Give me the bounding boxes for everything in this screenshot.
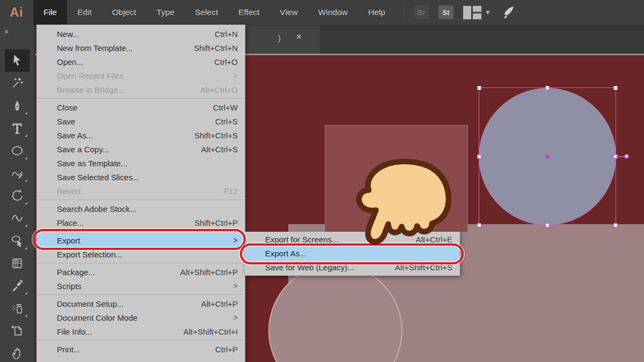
menu-item-label: File Info...: [57, 327, 92, 336]
menu-item-save-selected-slices[interactable]: Save Selected Slices...: [36, 170, 245, 184]
selection-handle[interactable]: [613, 223, 618, 227]
file-menu-dropdown: New...Ctrl+NNew from Template...Shift+Ct…: [36, 25, 245, 362]
menu-item-save-as-template[interactable]: Save as Template...: [36, 156, 245, 170]
chevron-down-icon: ▼: [485, 9, 491, 16]
menu-item-save-a-copy[interactable]: Save a Copy...Alt+Ctrl+S: [36, 142, 245, 156]
menu-item-file-info[interactable]: File Info...Alt+Shift+Ctrl+I: [36, 324, 245, 338]
menu-item-document-color-mode[interactable]: Document Color Mode>: [36, 311, 245, 324]
menu-item-document-setup[interactable]: Document Setup...Alt+Ctrl+P: [36, 297, 245, 311]
menubar-item-file[interactable]: File: [33, 0, 67, 25]
pen-icon: [10, 99, 24, 113]
selection-bounding-box[interactable]: [479, 87, 616, 226]
submenu-arrow-icon: >: [233, 71, 238, 80]
width-tool[interactable]: [5, 207, 30, 230]
symbol-sprayer-icon: [10, 301, 24, 315]
menu-bar: Ai FileEditObjectTypeSelectEffectViewWin…: [0, 0, 644, 25]
document-tab-label-fragment: ): [278, 33, 281, 42]
menu-item-label: Package...: [57, 268, 95, 277]
selection-handle[interactable]: [545, 223, 550, 227]
menu-item-package[interactable]: Package...Alt+Shift+Ctrl+P: [36, 265, 245, 279]
mesh-tool[interactable]: [5, 252, 30, 275]
workspace-switcher[interactable]: ▼: [463, 6, 491, 19]
menubar-item-type[interactable]: Type: [147, 0, 185, 25]
submenu-arrow-icon: >: [233, 313, 238, 322]
symbol-sprayer-tool[interactable]: [5, 297, 30, 320]
rotate-tool[interactable]: [5, 184, 30, 207]
menu-item-new-from-template[interactable]: New from Template...Shift+Ctrl+N: [36, 41, 245, 55]
shape-builder-tool[interactable]: [5, 230, 30, 252]
menu-item-save-as[interactable]: Save As...Shift+Ctrl+S: [36, 128, 245, 142]
rotate-icon: [10, 189, 24, 203]
menu-item-shortcut: Alt+Ctrl+P: [201, 299, 238, 308]
hand-tool[interactable]: [5, 342, 30, 362]
selection-handle[interactable]: [613, 86, 618, 90]
menu-item-search-adobe-stock[interactable]: Search Adobe Stock...: [36, 202, 245, 216]
menu-item-label: Close: [57, 103, 77, 112]
share-rocket-icon[interactable]: [501, 4, 517, 20]
menu-separator: [38, 294, 244, 295]
menu-item-scripts[interactable]: Scripts>: [36, 279, 245, 293]
menu-item-label: Document Color Mode: [57, 313, 137, 322]
menubar-item-view[interactable]: View: [270, 0, 308, 25]
collapse-panel-icon[interactable]: «: [4, 27, 8, 35]
magic-wand-tool[interactable]: [5, 72, 30, 94]
menu-item-shortcut: Alt+Ctrl+S: [201, 145, 238, 154]
menubar-item-effect[interactable]: Effect: [228, 0, 269, 25]
illustrator-logo: Ai: [0, 5, 33, 20]
workspace-grid-icon: [463, 6, 481, 19]
annotation-circle-export: [33, 229, 246, 250]
menu-item-open-recent-files[interactable]: Open Recent Files>: [36, 69, 245, 83]
menu-item-save[interactable]: SaveCtrl+S: [36, 114, 245, 128]
selection-icon: [10, 54, 24, 68]
divider: [404, 5, 404, 19]
eyedropper-tool[interactable]: [5, 275, 30, 297]
selection-tool[interactable]: [5, 49, 30, 72]
shape-widget-handle[interactable]: [624, 154, 629, 159]
menu-item-label: Save As...: [57, 131, 93, 140]
menubar-item-object[interactable]: Object: [102, 0, 147, 25]
menu-item-shortcut: Alt+Shift+Ctrl+I: [184, 327, 238, 336]
menu-item-shortcut: F12: [224, 187, 238, 196]
menu-item-shortcut: Alt+Ctrl+O: [200, 85, 238, 94]
menu-item-label: Export for Screens...: [265, 235, 339, 244]
menu-item-browse-in-bridge[interactable]: Browse in Bridge...Alt+Ctrl+O: [36, 83, 245, 97]
menu-item-shortcut: Ctrl+N: [215, 29, 238, 39]
menu-item-label: Export Selection...: [57, 250, 122, 259]
menu-item-label: Search Adobe Stock...: [57, 204, 136, 213]
tab-close-icon[interactable]: ×: [296, 32, 302, 41]
menu-item-shortcut: Ctrl+O: [214, 57, 238, 67]
menu-item-new[interactable]: New...Ctrl+N: [36, 27, 245, 41]
shape-builder-icon: [10, 234, 24, 248]
menu-item-label: Save: [57, 117, 75, 126]
selection-handle[interactable]: [477, 223, 481, 227]
type-tool[interactable]: [5, 117, 30, 139]
selection-handle[interactable]: [477, 154, 481, 159]
menu-item-open[interactable]: Open...Ctrl+O: [36, 55, 245, 69]
bridge-icon[interactable]: Br: [414, 5, 429, 19]
menubar-item-window[interactable]: Window: [308, 0, 358, 25]
menu-item-label: Document Setup...: [57, 299, 123, 308]
menu-item-print[interactable]: Print...Ctrl+P: [36, 342, 245, 356]
selection-handle[interactable]: [477, 86, 481, 90]
menu-item-label: Save as Template...: [57, 159, 127, 168]
menubar-item-select[interactable]: Select: [185, 0, 228, 25]
menubar-item-help[interactable]: Help: [358, 0, 396, 25]
menu-item-close[interactable]: CloseCtrl+W: [36, 100, 245, 114]
menu-item-place[interactable]: Place...Shift+Ctrl+P: [36, 216, 245, 230]
menubar-item-edit[interactable]: Edit: [67, 0, 102, 25]
menu-bar-items: FileEditObjectTypeSelectEffectViewWindow…: [33, 0, 396, 25]
menu-item-label: Place...: [57, 218, 84, 227]
menu-item-shortcut: Ctrl+P: [215, 345, 238, 354]
shaper-tool[interactable]: [5, 162, 30, 184]
stock-icon[interactable]: St: [438, 5, 453, 19]
pen-tool[interactable]: [5, 94, 30, 117]
menu-item-label: Save a Copy...: [57, 145, 109, 154]
ellipse-tool[interactable]: [5, 139, 30, 162]
hand-icon: [10, 346, 24, 360]
menu-item-label: Browse in Bridge...: [57, 85, 125, 94]
artboard-icon: [10, 324, 24, 338]
selection-handle[interactable]: [545, 86, 550, 90]
menu-item-revert[interactable]: RevertF12: [36, 184, 245, 198]
artboard-tool[interactable]: [5, 320, 30, 342]
tools-panel: «: [0, 25, 35, 362]
